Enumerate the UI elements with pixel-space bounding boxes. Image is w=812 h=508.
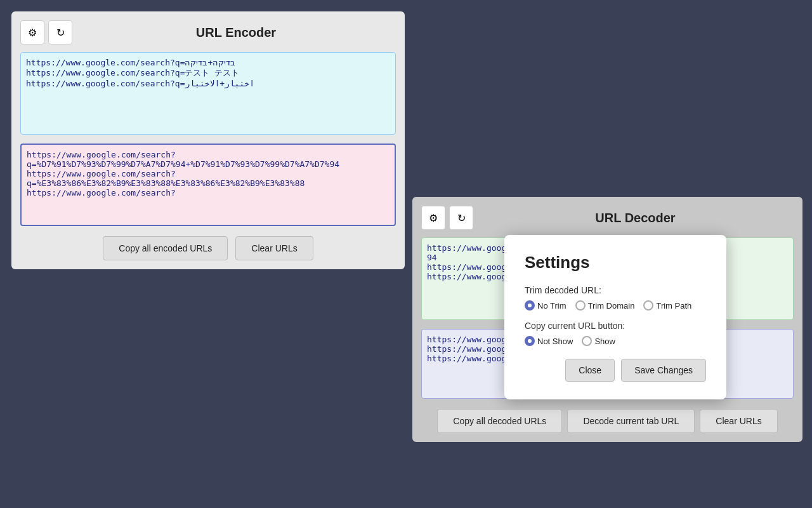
encoder-input[interactable]: https://www.google.com/search?q=בדיקה+בד… [20,52,396,135]
decoder-gear-button[interactable]: ⚙ [421,206,445,230]
trim-option-no-trim[interactable]: No Trim [525,300,566,311]
decoder-title: URL Decoder [477,211,794,225]
no-trim-radio-icon [525,300,535,311]
decoder-gear-icon: ⚙ [429,212,438,224]
decoder-copy-button[interactable]: Copy all decoded URLs [437,409,562,433]
trim-radio-group: No Trim Trim Domain Trim Path [525,300,706,311]
encoder-panel: ⚙ ↻ URL Encoder https://www.google.com/s… [11,11,405,269]
trim-domain-label: Trim Domain [588,301,635,311]
copy-option-show[interactable]: Show [582,336,615,346]
decoder-header: ⚙ ↻ URL Decoder [421,206,794,230]
trim-path-label: Trim Path [656,301,691,311]
not-show-label: Not Show [537,337,573,346]
show-label: Show [594,337,615,346]
close-button[interactable]: Close [565,359,615,382]
save-changes-button[interactable]: Save Changes [621,359,706,382]
encoder-gear-button[interactable]: ⚙ [20,20,44,44]
encoder-output[interactable]: https://www.google.com/search?q=%D7%91%D… [20,144,396,226]
trim-option-trim-path[interactable]: Trim Path [643,300,691,311]
show-radio-icon [582,336,592,346]
decoder-clear-button[interactable]: Clear URLs [700,409,777,433]
trim-option-trim-domain[interactable]: Trim Domain [575,300,635,311]
encoder-clear-button[interactable]: Clear URLs [235,236,313,260]
copy-radio-group: Not Show Show [525,336,706,346]
not-show-radio-icon [525,336,535,346]
decoder-decode-tab-button[interactable]: Decode current tab URL [567,409,695,433]
encoder-btn-row: Copy all encoded URLs Clear URLs [20,236,396,260]
encoder-gear-icon: ⚙ [28,27,37,39]
encoder-title: URL Encoder [76,25,396,40]
no-trim-label: No Trim [537,301,566,311]
settings-title: Settings [525,253,706,272]
trim-path-radio-icon [643,300,653,311]
decoder-refresh-icon: ↻ [457,212,466,224]
modal-btn-row: Close Save Changes [525,359,706,382]
copy-option-not-show[interactable]: Not Show [525,336,573,346]
encoder-copy-button[interactable]: Copy all encoded URLs [103,236,228,260]
copy-btn-label: Copy current URL button: [525,321,706,331]
trim-url-label: Trim decoded URL: [525,285,706,295]
decoder-refresh-button[interactable]: ↻ [449,206,473,230]
encoder-refresh-icon: ↻ [56,27,65,39]
encoder-refresh-button[interactable]: ↻ [48,20,72,44]
decoder-btn-row: Copy all decoded URLs Decode current tab… [421,409,794,433]
trim-domain-radio-icon [575,300,586,311]
encoder-header: ⚙ ↻ URL Encoder [20,20,396,44]
settings-modal: Settings Trim decoded URL: No Trim Trim … [504,235,726,399]
